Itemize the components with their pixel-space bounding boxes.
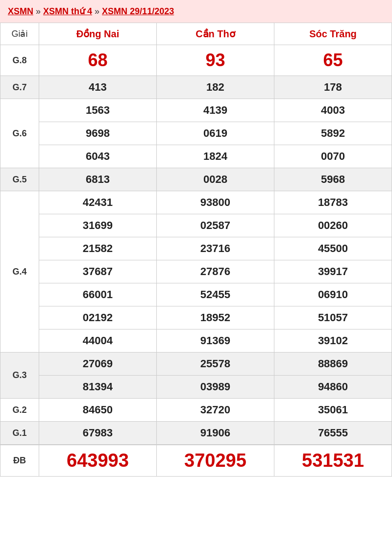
table-row: 215822371645500 xyxy=(0,237,392,260)
table-row: ĐB643993370295531531 xyxy=(0,445,392,477)
col-header-giai: Giải xyxy=(0,23,39,45)
breadcrumb: XSMN » XSMN thứ 4 » XSMN 29/11/2023 xyxy=(0,0,392,23)
table-row: 316990258700260 xyxy=(0,214,392,237)
cell-soc_trang: 178 xyxy=(274,76,392,99)
cell-can_tho: 4139 xyxy=(156,99,274,122)
col-header-soc-trang: Sóc Trăng xyxy=(274,23,392,45)
giai-label: G.2 xyxy=(0,399,39,422)
table-header-row: Giải Đồng Nai Cần Thơ Sóc Trăng xyxy=(0,23,392,45)
cell-dong_nai: 27069 xyxy=(39,353,156,376)
breadcrumb-link-2[interactable]: XSMN thứ 4 xyxy=(43,6,92,16)
breadcrumb-sep-1: » xyxy=(36,6,43,16)
cell-soc_trang: 4003 xyxy=(274,99,392,122)
cell-dong_nai: 413 xyxy=(39,76,156,99)
table-row: 813940398994860 xyxy=(0,376,392,399)
cell-can_tho: 0619 xyxy=(156,122,274,145)
cell-can_tho: 370295 xyxy=(156,445,274,477)
cell-dong_nai: 84650 xyxy=(39,399,156,422)
cell-soc_trang: 0070 xyxy=(274,145,392,168)
table-row: 660015245506910 xyxy=(0,283,392,306)
cell-soc_trang: 39917 xyxy=(274,260,392,283)
cell-can_tho: 25578 xyxy=(156,353,274,376)
cell-soc_trang: 5968 xyxy=(274,168,392,191)
cell-dong_nai: 68 xyxy=(39,45,156,76)
cell-can_tho: 02587 xyxy=(156,214,274,237)
cell-soc_trang: 51057 xyxy=(274,306,392,329)
cell-can_tho: 32720 xyxy=(156,399,274,422)
cell-can_tho: 93800 xyxy=(156,191,274,214)
cell-dong_nai: 44004 xyxy=(39,329,156,353)
giai-label: G.7 xyxy=(0,76,39,99)
cell-can_tho: 23716 xyxy=(156,237,274,260)
cell-can_tho: 91369 xyxy=(156,329,274,353)
lottery-table: Giải Đồng Nai Cần Thơ Sóc Trăng G.868936… xyxy=(0,23,392,477)
breadcrumb-link-3[interactable]: XSMN 29/11/2023 xyxy=(102,6,174,16)
cell-dong_nai: 1563 xyxy=(39,99,156,122)
giai-label: G.3 xyxy=(0,353,39,399)
col-header-dong-nai: Đồng Nai xyxy=(39,23,156,45)
table-row: 969806195892 xyxy=(0,122,392,145)
breadcrumb-link-1[interactable]: XSMN xyxy=(8,6,33,16)
cell-dong_nai: 02192 xyxy=(39,306,156,329)
table-row: G.1679839190676555 xyxy=(0,422,392,445)
cell-soc_trang: 35061 xyxy=(274,399,392,422)
table-row: G.6156341394003 xyxy=(0,99,392,122)
giai-label: G.8 xyxy=(0,45,39,76)
cell-dong_nai: 66001 xyxy=(39,283,156,306)
table-row: G.3270692557888869 xyxy=(0,353,392,376)
cell-soc_trang: 06910 xyxy=(274,283,392,306)
cell-dong_nai: 67983 xyxy=(39,422,156,445)
cell-dong_nai: 9698 xyxy=(39,122,156,145)
cell-dong_nai: 21582 xyxy=(39,237,156,260)
cell-dong_nai: 6813 xyxy=(39,168,156,191)
cell-dong_nai: 81394 xyxy=(39,376,156,399)
table-row: 376872787639917 xyxy=(0,260,392,283)
table-row: 604318240070 xyxy=(0,145,392,168)
cell-can_tho: 27876 xyxy=(156,260,274,283)
giai-label: G.6 xyxy=(0,99,39,168)
cell-dong_nai: 42431 xyxy=(39,191,156,214)
table-row: 021921895251057 xyxy=(0,306,392,329)
cell-soc_trang: 00260 xyxy=(274,214,392,237)
cell-can_tho: 182 xyxy=(156,76,274,99)
breadcrumb-sep-2: » xyxy=(95,6,102,16)
cell-soc_trang: 18783 xyxy=(274,191,392,214)
col-header-can-tho: Cần Thơ xyxy=(156,23,274,45)
cell-dong_nai: 37687 xyxy=(39,260,156,283)
cell-can_tho: 18952 xyxy=(156,306,274,329)
cell-soc_trang: 5892 xyxy=(274,122,392,145)
giai-label: G.1 xyxy=(0,422,39,445)
cell-can_tho: 1824 xyxy=(156,145,274,168)
cell-soc_trang: 45500 xyxy=(274,237,392,260)
cell-soc_trang: 94860 xyxy=(274,376,392,399)
cell-can_tho: 52455 xyxy=(156,283,274,306)
table-row: G.7413182178 xyxy=(0,76,392,99)
cell-dong_nai: 31699 xyxy=(39,214,156,237)
cell-can_tho: 03989 xyxy=(156,376,274,399)
cell-dong_nai: 6043 xyxy=(39,145,156,168)
giai-label: G.4 xyxy=(0,191,39,353)
giai-label: G.5 xyxy=(0,168,39,191)
table-row: 440049136939102 xyxy=(0,329,392,353)
table-row: G.4424319380018783 xyxy=(0,191,392,214)
cell-dong_nai: 643993 xyxy=(39,445,156,477)
table-row: G.5681300285968 xyxy=(0,168,392,191)
table-row: G.8689365 xyxy=(0,45,392,76)
giai-label: ĐB xyxy=(0,445,39,477)
cell-soc_trang: 88869 xyxy=(274,353,392,376)
cell-can_tho: 0028 xyxy=(156,168,274,191)
cell-soc_trang: 39102 xyxy=(274,329,392,353)
table-row: G.2846503272035061 xyxy=(0,399,392,422)
cell-can_tho: 93 xyxy=(156,45,274,76)
cell-soc_trang: 531531 xyxy=(274,445,392,477)
cell-soc_trang: 76555 xyxy=(274,422,392,445)
cell-can_tho: 91906 xyxy=(156,422,274,445)
cell-soc_trang: 65 xyxy=(274,45,392,76)
